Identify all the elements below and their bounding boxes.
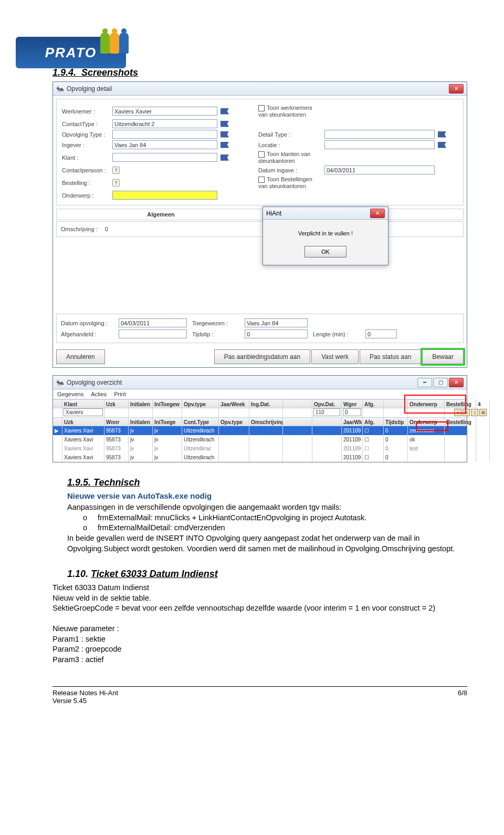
cell[interactable]: Ing.Dat. bbox=[249, 400, 283, 409]
minimize-button[interactable]: ━ bbox=[417, 378, 432, 387]
cell[interactable]: Bestelling bbox=[445, 400, 476, 409]
checkbox-toon-bestellingen[interactable]: Toon Bestellingen van steunkantoren bbox=[258, 176, 321, 189]
cell[interactable]: Opv.type bbox=[182, 400, 219, 409]
filter-row: Xaviers 110 0 ↕A↕⊞ bbox=[53, 408, 467, 417]
cell[interactable]: Omschrijving bbox=[249, 418, 283, 427]
checkbox-toon-klanten[interactable]: Toon klanten van steunkantoren bbox=[258, 151, 321, 164]
filter-wgnr[interactable]: 0 bbox=[343, 408, 361, 416]
tab-algemeen[interactable]: Algemeen bbox=[62, 211, 260, 218]
maximize-button[interactable]: ▢ bbox=[433, 378, 448, 387]
toolbar-icon[interactable]: ⊞ bbox=[479, 409, 487, 416]
cell[interactable]: JaarWk bbox=[342, 418, 363, 427]
flag-icon[interactable] bbox=[438, 142, 446, 148]
menu-acties[interactable]: Acties bbox=[91, 391, 107, 397]
table-row[interactable]: Xaviers Xavi95873jvjvUitzendkrach201109☐… bbox=[53, 453, 467, 462]
cell[interactable] bbox=[476, 418, 490, 427]
cell[interactable]: Uzk bbox=[62, 418, 104, 427]
flag-icon[interactable] bbox=[220, 108, 229, 115]
input-afgehandeld[interactable] bbox=[119, 329, 187, 338]
form-top: Werknemer : Xaviers Xavier Toon werkneme… bbox=[56, 99, 464, 205]
flag-icon[interactable] bbox=[220, 121, 229, 127]
cell bbox=[312, 444, 342, 453]
input-klant[interactable] bbox=[112, 153, 217, 162]
input-lengte[interactable]: 0 bbox=[365, 329, 397, 338]
input-detailtype[interactable] bbox=[324, 130, 435, 139]
cell[interactable]: Onderwerp bbox=[408, 418, 445, 427]
cell[interactable] bbox=[53, 418, 62, 427]
input-opvolgingtype[interactable] bbox=[112, 130, 217, 139]
pas-status-button[interactable]: Pas status aan bbox=[360, 349, 421, 364]
cell[interactable] bbox=[53, 400, 62, 409]
dialog-ok-button[interactable]: OK bbox=[304, 246, 346, 257]
flag-icon[interactable] bbox=[438, 131, 446, 138]
label-omschrijving: Omschrijving : bbox=[61, 226, 98, 232]
close-button[interactable]: ✕ bbox=[449, 378, 464, 387]
cell[interactable]: IniToege bbox=[153, 418, 182, 427]
bewaar-button[interactable]: Bewaar bbox=[422, 349, 464, 364]
cell[interactable]: Initialen bbox=[129, 418, 153, 427]
input-locatie[interactable] bbox=[324, 140, 435, 149]
vast-werk-button[interactable]: Vast werk bbox=[311, 349, 359, 364]
input-werknemer[interactable]: Xaviers Xavier bbox=[112, 107, 217, 116]
input-datumopvolging[interactable]: 04/03/2011 bbox=[119, 318, 187, 327]
footer-version: Versie 5.45 bbox=[52, 697, 118, 705]
cell bbox=[445, 453, 476, 462]
label-afgehandeld: Afgehandeld : bbox=[61, 331, 113, 337]
cell bbox=[445, 435, 476, 444]
cell[interactable] bbox=[283, 400, 312, 409]
window-titlebar-2: 🐜 Opvolging overzicht ━ ▢ ✕ bbox=[53, 376, 467, 389]
cell[interactable]: Afg. bbox=[363, 418, 384, 427]
annuleren-button[interactable]: Annuleren bbox=[56, 349, 105, 364]
help-icon[interactable]: ? bbox=[112, 167, 120, 174]
input-contacttype[interactable]: Uitzendkracht 2 bbox=[112, 119, 217, 128]
flag-icon[interactable] bbox=[220, 142, 229, 148]
cell bbox=[445, 444, 476, 453]
cell[interactable]: Initialen bbox=[129, 400, 153, 409]
flag-icon[interactable] bbox=[220, 131, 229, 138]
cell[interactable]: JaarWeek bbox=[219, 400, 249, 409]
input-onderwerp[interactable] bbox=[112, 191, 217, 200]
input-ingever[interactable]: Vaes Jan 84 bbox=[112, 140, 217, 149]
cell[interactable]: Opv.type bbox=[219, 418, 249, 427]
dialog-close-button[interactable]: ✕ bbox=[370, 209, 385, 218]
cell bbox=[476, 444, 490, 453]
cell[interactable]: 4 bbox=[476, 400, 490, 409]
heading-1-9-5: 1.9.5. Technisch bbox=[67, 477, 467, 488]
cell[interactable] bbox=[312, 418, 342, 427]
cell[interactable]: Tijdstip bbox=[384, 418, 408, 427]
cell[interactable]: Uzk bbox=[104, 400, 129, 409]
filter-opvdat[interactable]: 110 bbox=[313, 408, 340, 416]
table-row[interactable]: ▶Xaviers Xavi95873jvjvUitzendkrach201109… bbox=[53, 426, 467, 435]
cell[interactable] bbox=[384, 400, 408, 409]
cell: Uitzendkrach bbox=[182, 435, 219, 444]
cell[interactable]: Bestelling bbox=[445, 418, 476, 427]
table-row[interactable]: Xaviers Xavi95873jvjvUitzendkrach201109☐… bbox=[53, 435, 467, 444]
checkbox-toon-werknemers[interactable]: Toon werknemers van steunkantoren bbox=[258, 105, 321, 118]
menu-print[interactable]: Print bbox=[114, 391, 126, 397]
cell bbox=[219, 426, 249, 435]
cell: jv bbox=[153, 435, 182, 444]
input-tijdstip[interactable]: 0 bbox=[245, 329, 308, 338]
pas-aanbiedingsdatum-button[interactable]: Pas aanbiedingsdatum aan bbox=[214, 349, 310, 364]
menu-gegevens[interactable]: Gegevens bbox=[57, 391, 83, 397]
cell[interactable]: IniToegew bbox=[153, 400, 182, 409]
flag-icon[interactable] bbox=[220, 154, 229, 161]
cell[interactable]: Opv.Dat. bbox=[312, 400, 342, 409]
help-icon[interactable]: ? bbox=[112, 179, 120, 187]
table-row[interactable]: Xaviers Xavi95873jvjvUitzendkrac201109☐0… bbox=[53, 444, 467, 453]
cell[interactable]: Onderwerp bbox=[408, 400, 445, 409]
cell[interactable]: Cont.Type bbox=[182, 418, 219, 427]
filter-klant[interactable]: Xaviers bbox=[64, 408, 103, 416]
cell[interactable]: Afg. bbox=[363, 400, 384, 409]
cell: 201109 bbox=[342, 453, 363, 462]
cell[interactable]: Wnnr bbox=[104, 418, 129, 427]
toolbar-icon[interactable]: ↕ bbox=[471, 409, 478, 416]
toolbar-icon[interactable]: ↕ bbox=[454, 409, 461, 416]
cell[interactable]: Wgnr bbox=[342, 400, 363, 409]
cell[interactable]: Klant bbox=[62, 400, 104, 409]
input-datumingave[interactable]: 04/03/2011 bbox=[324, 166, 435, 174]
cell[interactable] bbox=[283, 418, 312, 427]
input-toegewezen[interactable]: Vaes Jan 84 bbox=[245, 318, 308, 327]
toolbar-icon[interactable]: A bbox=[463, 409, 470, 416]
close-button[interactable]: ✕ bbox=[449, 84, 464, 94]
